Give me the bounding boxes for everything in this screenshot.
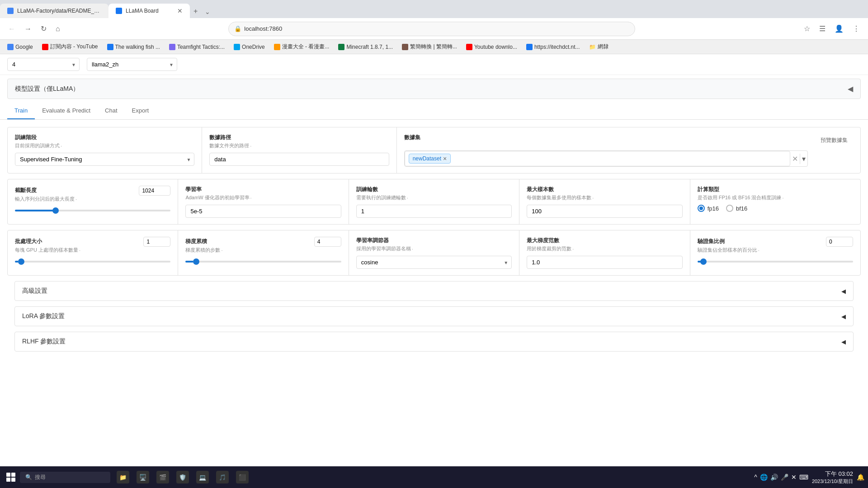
val-ratio-slider[interactable] bbox=[698, 261, 853, 263]
reload-button[interactable]: ↻ bbox=[38, 23, 49, 35]
bookmark-convert[interactable]: 繁簡轉換 | 繁簡轉... bbox=[398, 42, 461, 52]
dataset-tag-close-icon[interactable]: × bbox=[443, 155, 447, 162]
bookmark-minecraft[interactable]: Minecraft 1.8.7, 1... bbox=[335, 43, 396, 51]
rlhf-settings-title: RLHF 參數設置 bbox=[22, 338, 66, 346]
cutoff-len-cell: 截斷長度 輸入序列分詞后的最大長度 · bbox=[8, 179, 178, 224]
tray-network-icon[interactable]: 🌐 bbox=[760, 474, 768, 481]
tab1-title: LLaMA-Factory/data/README_zh.m... bbox=[17, 8, 101, 14]
taskbar-music-button[interactable]: 🎵 bbox=[213, 468, 231, 486]
menu-button[interactable]: ⋮ bbox=[850, 23, 863, 35]
time-block[interactable]: 下午 03:02 2023/12/10/星期日 bbox=[812, 470, 853, 485]
compute-type-bf16[interactable]: bf16 bbox=[726, 205, 747, 212]
taskbar-code-button[interactable]: 💻 bbox=[193, 468, 212, 486]
dataset-label: 數據集 bbox=[404, 134, 808, 141]
browser-tab-1[interactable]: LLaMA-Factory/data/README_zh.m... bbox=[0, 4, 108, 18]
home-button[interactable]: ⌂ bbox=[53, 23, 63, 35]
security-icon: 🛡️ bbox=[176, 471, 189, 483]
top-select-2[interactable]: llama2_zh llama2 default bbox=[87, 58, 177, 71]
dataset-tag-container: newDataset × ✕ ▾ bbox=[404, 150, 808, 167]
lr-scheduler-select-wrapper: cosine linear constant bbox=[356, 256, 512, 269]
taskbar-security-button[interactable]: 🛡️ bbox=[174, 468, 192, 486]
taskbar-media-button[interactable]: 🎬 bbox=[154, 468, 172, 486]
max-samples-input[interactable] bbox=[527, 205, 682, 218]
grad-accum-slider[interactable] bbox=[185, 261, 341, 263]
cutoff-len-input[interactable] bbox=[139, 186, 170, 196]
tray-antivirus-icon[interactable]: ✕ bbox=[791, 474, 797, 481]
page-content: 4 1 2 8 llama2_zh llama2 default 模型設置（僅L… bbox=[0, 54, 868, 466]
notification-icon[interactable]: 🔔 bbox=[857, 474, 864, 481]
youtube-favicon bbox=[42, 44, 48, 50]
preview-dataset-button[interactable]: 預覽數據集 bbox=[815, 134, 853, 147]
bookmark-button[interactable]: ☆ bbox=[801, 23, 813, 35]
rlhf-settings-header[interactable]: RLHF 參數設置 ◀ bbox=[15, 332, 853, 351]
dataset-clear-button[interactable]: ✕ bbox=[790, 154, 800, 164]
lr-scheduler-select[interactable]: cosine linear constant bbox=[356, 256, 512, 269]
val-ratio-input[interactable] bbox=[826, 237, 853, 247]
tab2-title: LLaMA Board bbox=[126, 8, 174, 14]
tray-mic-icon[interactable]: 🎤 bbox=[781, 474, 788, 481]
data-path-input[interactable] bbox=[209, 153, 389, 166]
bookmark-manga[interactable]: 漫畫大全 - 看漫畫... bbox=[270, 42, 333, 52]
model-settings-section[interactable]: 模型設置（僅LLaMA） ◀ bbox=[7, 79, 861, 99]
tab-train[interactable]: Train bbox=[7, 103, 35, 119]
select-wrapper-2: llama2_zh llama2 default bbox=[87, 58, 177, 71]
bookmark-google[interactable]: Google bbox=[4, 43, 37, 51]
bookmark-ytdl[interactable]: Youtube downlo... bbox=[462, 43, 521, 51]
bookmark-folder[interactable]: 📁 網隸 bbox=[585, 42, 612, 52]
tray-input-icon[interactable]: ⌨ bbox=[799, 474, 808, 481]
clock-date: 2023/12/10/星期日 bbox=[812, 478, 853, 485]
convert-favicon bbox=[402, 44, 408, 50]
tab-overflow-icon[interactable]: ⌄ bbox=[201, 5, 214, 18]
tab2-close-icon[interactable]: ✕ bbox=[177, 8, 183, 14]
browser-tab-2[interactable]: LLaMA Board ✕ bbox=[108, 4, 190, 18]
lock-icon: 🔒 bbox=[234, 25, 241, 32]
top-select-1[interactable]: 4 1 2 8 bbox=[7, 58, 80, 71]
advanced-settings-header[interactable]: 高級設置 ◀ bbox=[15, 282, 853, 300]
tab-chat[interactable]: Chat bbox=[98, 103, 124, 119]
taskbar-explorer-button[interactable]: 🖥️ bbox=[134, 468, 152, 486]
tray-volume-icon[interactable]: 🔊 bbox=[770, 474, 778, 481]
tab-export[interactable]: Export bbox=[125, 103, 156, 119]
forward-button[interactable]: → bbox=[22, 23, 34, 35]
cutoff-len-label: 截斷長度 bbox=[15, 187, 37, 194]
bookmark-onedrive[interactable]: OneDrive bbox=[230, 43, 269, 51]
bookmark-itech[interactable]: https://itechdct.nt... bbox=[523, 43, 584, 51]
data-path-desc: 數據文件夾的路徑 · bbox=[209, 142, 389, 149]
bookmark-minecraft-label: Minecraft 1.8.7, 1... bbox=[346, 44, 393, 50]
training-stage-label: 訓練階段 bbox=[15, 134, 194, 141]
minecraft-favicon bbox=[338, 44, 344, 50]
walkingfish-favicon bbox=[107, 44, 113, 50]
bookmark-youtube[interactable]: 訂閱內容 - YouTube bbox=[38, 42, 102, 52]
learning-rate-input[interactable] bbox=[185, 205, 341, 218]
lora-settings-header[interactable]: LoRA 參數設置 ◀ bbox=[15, 307, 853, 326]
dataset-expand-button[interactable]: ▾ bbox=[800, 154, 807, 164]
extensions-button[interactable]: ☰ bbox=[816, 23, 828, 35]
bookmark-tft[interactable]: Teamfight Tactics:... bbox=[165, 43, 228, 51]
batch-size-input[interactable] bbox=[143, 237, 170, 247]
tray-expand-icon[interactable]: ^ bbox=[754, 474, 757, 481]
batch-size-slider[interactable] bbox=[15, 261, 170, 263]
cutoff-len-slider[interactable] bbox=[15, 210, 170, 211]
taskbar-search[interactable]: 🔍 搜尋 bbox=[20, 472, 110, 483]
training-stage-info: · bbox=[61, 143, 62, 149]
max-grad-norm-input[interactable] bbox=[527, 256, 682, 269]
back-button[interactable]: ← bbox=[5, 23, 18, 35]
address-input[interactable]: 🔒 localhost:7860 bbox=[228, 22, 635, 36]
taskbar-terminal-button[interactable]: ⬛ bbox=[233, 468, 251, 486]
taskbar-files-button[interactable]: 📁 bbox=[114, 468, 132, 486]
bookmark-walkingfish[interactable]: The walking fish ... bbox=[104, 43, 164, 51]
sys-tray: ^ 🌐 🔊 🎤 ✕ ⌨ bbox=[754, 474, 808, 481]
training-stage-desc: 目前採用的訓練方式 · bbox=[15, 142, 194, 149]
training-stage-select[interactable]: Supervised Fine-Tuning Pre-Training RLHF bbox=[15, 153, 194, 166]
train-epochs-input[interactable] bbox=[356, 205, 512, 218]
tab-evaluate[interactable]: Evaluate & Predict bbox=[35, 103, 98, 119]
select-wrapper-1: 4 1 2 8 bbox=[7, 58, 80, 71]
bookmark-folder-label: 網隸 bbox=[598, 43, 609, 51]
start-button[interactable] bbox=[4, 470, 18, 484]
new-tab-button[interactable]: + bbox=[190, 5, 201, 18]
itech-favicon bbox=[526, 44, 533, 50]
compute-type-fp16[interactable]: fp16 bbox=[698, 205, 719, 212]
profile-button[interactable]: 👤 bbox=[832, 23, 846, 35]
grad-accum-input[interactable] bbox=[314, 237, 341, 247]
max-samples-desc: 每個數據集最多使用的樣本數 · bbox=[527, 194, 682, 201]
